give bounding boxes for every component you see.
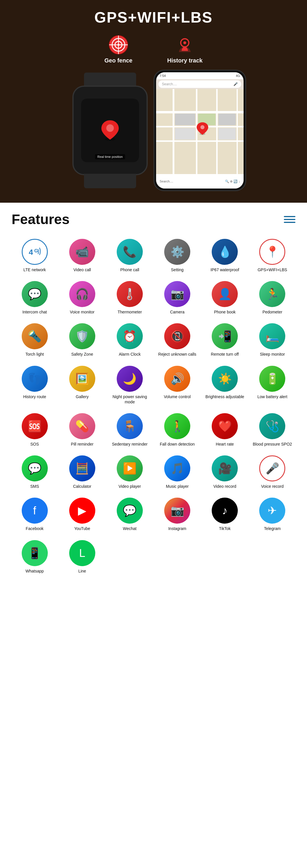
feature-icon-wrap: 📍 — [259, 239, 285, 265]
feature-label: TikTok — [219, 526, 230, 531]
feature-label: Setting — [171, 267, 184, 272]
map-svg — [156, 89, 244, 174]
feature-item: 🎤Voice record — [249, 453, 296, 492]
4g-icon: 4 G — [28, 245, 42, 259]
feature-label: Phone book — [214, 309, 236, 315]
map-pin-icon — [99, 119, 122, 142]
svg-rect-21 — [218, 114, 236, 125]
feature-icon-wrap: 📞 — [117, 239, 143, 265]
feature-label: Torch light — [26, 351, 44, 357]
feature-label: Volume control — [164, 394, 191, 399]
watch-body: Real time position — [73, 86, 148, 175]
history-track-label: History track — [167, 57, 202, 64]
feature-item: 🪑Sedentary reminder — [107, 410, 152, 450]
feature-icon-emoji: 🆘 — [28, 421, 41, 432]
feature-icon-emoji: 📵 — [171, 331, 184, 342]
feature-item: 📞Phone call — [107, 236, 152, 275]
feature-label: Thermometer — [118, 309, 142, 315]
feature-icon-emoji: 🛏️ — [266, 331, 279, 342]
feature-item: 🛡️Safety Zone — [59, 320, 105, 360]
feature-item: 📍GPS+WIFI+LBS — [249, 236, 296, 275]
feature-icon-wrap: 🎤 — [259, 455, 285, 482]
feature-label: Calculator — [73, 484, 91, 489]
feature-label: Music player — [166, 484, 189, 489]
feature-icon-wrap: 4 G — [22, 239, 48, 265]
feature-icon-wrap: 📲 — [212, 323, 238, 349]
phone-status-bar: 7:54 4G — [156, 72, 244, 79]
feature-label: Intercom chat — [22, 309, 47, 315]
svg-rect-18 — [175, 114, 195, 125]
phone-search-bar: Search.... 🎤 — [159, 81, 241, 88]
menu-line-3 — [284, 222, 296, 223]
svg-point-7 — [183, 41, 186, 44]
feature-icon-emoji: 👤 — [218, 288, 232, 300]
feature-icon-wrap: 🧮 — [69, 455, 95, 482]
feature-icon-emoji: 📱 — [28, 548, 41, 559]
feature-item: ✈Telegram — [249, 495, 296, 534]
hamburger-menu-icon[interactable] — [284, 216, 296, 223]
feature-icon-wrap: 🩺 — [259, 413, 285, 439]
feature-icon-wrap: 🎥 — [212, 455, 238, 482]
history-track-item: History track — [167, 35, 202, 64]
feature-icon-wrap: 📵 — [164, 323, 190, 349]
feature-icon-wrap: 💬 — [22, 281, 48, 307]
feature-label: YouTube — [74, 526, 90, 531]
feature-icon-emoji: 💊 — [75, 421, 89, 432]
feature-icon-wrap: ♪ — [212, 498, 238, 524]
feature-icon-emoji: 💬 — [28, 463, 41, 474]
feature-icon-emoji: 🏃 — [266, 288, 279, 300]
feature-icon-wrap: 🛏️ — [259, 323, 285, 349]
feature-label: Instagram — [168, 526, 186, 531]
menu-line-2 — [284, 219, 296, 220]
feature-icon-emoji: 🛡️ — [75, 331, 89, 342]
feature-icon-wrap: 🔋 — [259, 366, 285, 392]
feature-item: 🔦Torch light — [11, 320, 58, 360]
feature-icon-emoji: 📷 — [171, 505, 184, 516]
feature-item: 💊Pill reminder — [59, 410, 105, 450]
search-bottom: Search.... — [160, 180, 173, 183]
feature-icon-wrap: 💧 — [212, 239, 238, 265]
hero-content: Real time position 7:54 4G Search.... 🎤 — [6, 70, 301, 191]
geo-row: Geo fence History track — [6, 35, 301, 64]
feature-item: ⏰Alarm Clock — [107, 320, 152, 360]
feature-icon-emoji: 💧 — [218, 246, 232, 257]
menu-line-1 — [284, 216, 296, 217]
feature-icon-emoji: 🔊 — [171, 373, 184, 384]
feature-icon-emoji: ✈ — [268, 505, 277, 516]
feature-label: Safety Zone — [71, 351, 93, 357]
feature-label: Video record — [214, 484, 236, 489]
feature-icon-emoji: 🔦 — [28, 331, 41, 342]
feature-label: LTE network — [24, 267, 46, 272]
feature-item: 📷Instagram — [155, 495, 200, 534]
feature-icon-wrap: ❤️ — [212, 413, 238, 439]
svg-text:G: G — [34, 248, 38, 254]
feature-item: fFacebook — [11, 495, 58, 534]
feature-item: 👤Phone book — [202, 278, 248, 317]
feature-label: Wechat — [123, 526, 136, 531]
feature-icon-wrap: 💬 — [22, 455, 48, 482]
phone-image: 7:54 4G Search.... 🎤 — [154, 70, 246, 191]
features-header: Features — [11, 211, 296, 227]
feature-icon-wrap: f — [22, 498, 48, 524]
watch-band-top — [84, 72, 136, 87]
feature-label: History route — [23, 394, 46, 399]
feature-icon-emoji: ♪ — [222, 505, 228, 516]
feature-icon-emoji: 🎧 — [75, 288, 89, 300]
feature-item: ☀️Brightness adjustable — [202, 363, 248, 407]
watch-band-bottom — [84, 174, 136, 188]
feature-item: 🖼️Gallery — [59, 363, 105, 407]
feature-icon-wrap: 👣 — [22, 366, 48, 392]
feature-item: 🌡️Thermometer — [107, 278, 152, 317]
real-time-label: Real time position — [95, 154, 125, 159]
feature-icon-wrap: ☀️ — [212, 366, 238, 392]
feature-icon-wrap: 🔦 — [22, 323, 48, 349]
phone-signal: 4G — [236, 74, 240, 78]
feature-icon-emoji: 📲 — [218, 331, 232, 342]
feature-icon-wrap: 🎵 — [164, 455, 190, 482]
feature-label: Heart rate — [216, 441, 234, 447]
feature-item: 📵Reject unknown calls — [155, 320, 200, 360]
feature-item: 4 G LTE network — [11, 236, 58, 275]
feature-label: Brightness adjustable — [205, 394, 244, 399]
feature-icon-wrap: 📹 — [69, 239, 95, 265]
phone-time: 7:54 — [160, 74, 166, 78]
